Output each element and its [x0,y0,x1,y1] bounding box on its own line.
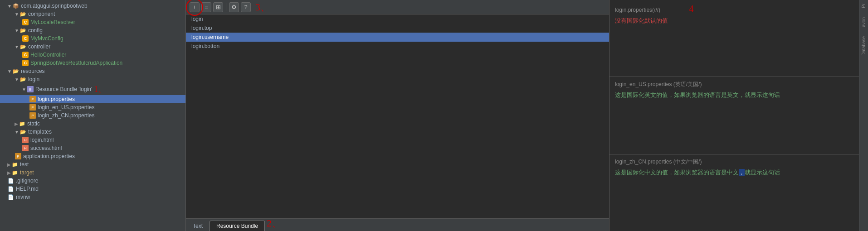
prop-title-label: login.properties(///) [615,7,660,13]
help-icon: ? [244,4,247,10]
tree-label: resources [21,68,45,74]
toolbar-list-button[interactable]: ≡ [201,2,211,12]
tree-item-templates[interactable]: ▼ templates [0,128,185,136]
folder-icon [20,76,27,83]
key-item-login-botton[interactable]: login.botton [186,42,609,51]
tree-item-springbootapp[interactable]: C SpringBootWebRestfulcrudApplication [0,59,185,67]
annotation-2: 2、 [267,217,282,230]
far-right-label-pr[interactable]: Pr [861,4,866,8]
tree-item-resource-bundle[interactable]: ▼ B Resource Bundle 'login' 1、 [0,83,185,95]
tree-label: target [20,169,34,176]
tree-item-application-properties[interactable]: P application.properties [0,152,185,160]
arrow-icon: ▶ [15,121,18,126]
tree-label: MyLocaleResolver [30,19,75,25]
annotation-3: 3、 [255,0,270,14]
key-item-login[interactable]: login [186,14,609,24]
prop-value-en: 这是国际化英文的值，如果浏览器的语言是英文，就显示这句话 [615,91,853,99]
tree-item-login-html[interactable]: H login.html [0,136,185,144]
prop-value-default: 没有国际化默认的值 [615,17,853,25]
file-icon: 📄 [7,177,15,184]
far-right-label-avon[interactable]: avon [861,17,866,27]
key-label: login.top [191,25,212,31]
html-icon: H [22,144,29,152]
html-icon: H [22,136,29,144]
main-editor-area: + ≡ ⊞ ⚙ ? 3、 login logi [186,0,610,231]
arrow-icon: ▼ [7,4,12,9]
tree-label: SpringBootWebRestfulcrudApplication [30,60,122,66]
tree-item-mymvcconfig[interactable]: C MyMvcConfig [0,34,185,43]
tree-item-resources[interactable]: ▼ resources [0,67,185,75]
file-icon: 📄 [7,193,15,201]
arrow-icon: ▼ [15,12,19,17]
tree-item-test[interactable]: ▶ test [0,160,185,168]
tree-label: Resource Bundle 'login' [35,86,92,92]
tree-label: HELP.md [16,186,39,192]
arrow-icon: ▼ [22,87,26,92]
properties-icon: P [29,112,36,119]
tree-item-package[interactable]: ▼ 📦 com.atgugui.springbootweb [0,2,185,10]
tree-item-static[interactable]: ▶ static [0,120,185,128]
prop-section-title-2: login_en_US.properties (英语/美国/) [615,81,853,88]
tab-resource-bundle-label: Resource Bundle [216,223,258,229]
prop-zh-text-after: 就显示这句话 [745,169,780,176]
tree-label: login_en_US.properties [38,104,94,111]
toolbar-help-button[interactable]: ? [241,2,251,12]
folder-icon [20,43,27,50]
tree-item-mylocaleresolver[interactable]: C MyLocaleResolver [0,18,185,26]
tree-item-success-html[interactable]: H success.html [0,144,185,152]
key-item-login-username[interactable]: login.username [186,33,609,42]
tab-text[interactable]: Text [186,221,210,231]
arrow-icon: ▶ [7,162,11,167]
tree-item-target[interactable]: ▶ target [0,168,185,177]
properties-icon: P [29,96,36,103]
folder-icon [12,67,20,75]
far-right-strip: Pr avon Database [859,0,868,231]
tree-label: application.properties [23,153,75,159]
tree-item-controller[interactable]: ▼ controller [0,43,185,51]
prop-zh-text-before: 这是国际化中文的值，如果浏览器的语言是中文 [615,169,739,176]
prop-section-en: login_en_US.properties (英语/美国/) 这是国际化英文的… [610,77,859,154]
prop-zh-cursor: ， [739,169,745,176]
key-item-login-top[interactable]: login.top [186,24,609,33]
tree-item-login-folder[interactable]: ▼ login [0,75,185,83]
prop-section-title-1: login.properties(///) 4 [615,4,853,14]
folder-icon [20,27,27,34]
tree-label: MyMvcConfig [30,35,63,42]
gear-icon: ⚙ [231,4,237,10]
arrow-icon: ▼ [15,44,19,49]
annotation-1: 1、 [94,84,106,95]
tab-resource-bundle[interactable]: Resource Bundle [210,221,265,231]
tree-item-gitignore[interactable]: 📄 .gitignore [0,177,185,185]
add-key-button[interactable]: + [190,2,200,12]
prop-section-title-3: login_zh_CN.properties (中文/中国/) [615,158,853,166]
arrow-icon: ▶ [7,170,11,175]
tree-item-config[interactable]: ▼ config [0,26,185,34]
list-icon: ≡ [205,4,208,10]
tree-item-mvnw[interactable]: 📄 mvnw [0,193,185,201]
file-icon: 📄 [7,185,15,192]
key-label: login [191,16,203,22]
prop-section-default: login.properties(///) 4 没有国际化默认的值 [610,0,859,77]
toolbar-grid-button[interactable]: ⊞ [213,2,223,12]
bottom-tab-bar: Text Resource Bundle 2、 [186,218,609,231]
tree-item-helpmd[interactable]: 📄 HELP.md [0,185,185,193]
folder-icon [11,169,19,176]
tree-item-login-properties[interactable]: P login.properties [0,95,185,103]
tree-label: login [28,76,39,82]
editor-toolbar: + ≡ ⊞ ⚙ ? 3、 [186,0,609,14]
tree-label: mvnw [16,194,30,200]
key-label: login.botton [191,43,219,49]
arrow-icon: ▼ [15,28,19,33]
toolbar-settings-button[interactable]: ⚙ [229,2,239,12]
key-list: login login.top login.username login.bot… [186,14,609,218]
arrow-icon: ▼ [7,69,12,74]
tree-label: component [28,11,55,17]
tree-item-login-en-properties[interactable]: P login_en_US.properties [0,103,185,111]
java-icon: C [22,51,29,58]
tree-label: templates [28,129,52,135]
folder-icon [20,128,27,135]
tree-item-login-zh-properties[interactable]: P login_zh_CN.properties [0,111,185,120]
far-right-label-database[interactable]: Database [861,36,866,56]
tree-item-component[interactable]: ▼ component [0,10,185,18]
tree-item-hellocontroller[interactable]: C HelloController [0,51,185,59]
